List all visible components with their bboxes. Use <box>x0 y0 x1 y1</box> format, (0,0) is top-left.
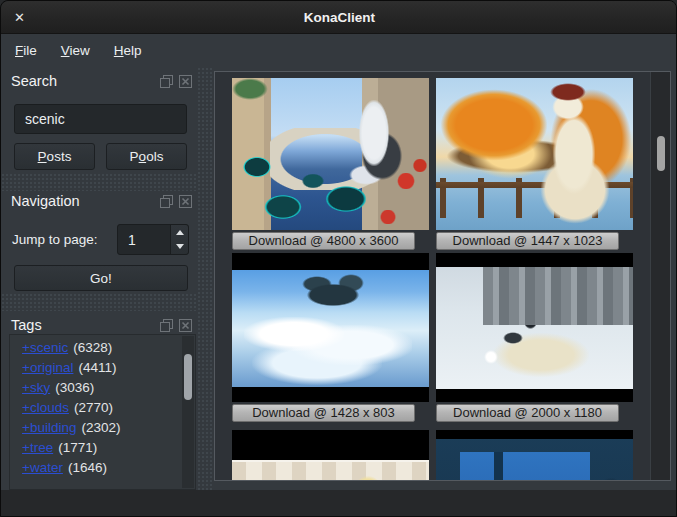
main-scrollbar[interactable] <box>650 72 670 480</box>
spin-up-button[interactable] <box>171 225 188 240</box>
tag-row: +building(2302) <box>10 417 181 437</box>
panel-float-icon[interactable] <box>160 75 173 88</box>
tag-row: +water(1646) <box>10 457 181 477</box>
tags-scrollbar[interactable] <box>182 336 194 488</box>
page-spinbox[interactable]: 1 <box>117 224 189 255</box>
tag-count: (1771) <box>58 440 97 455</box>
menu-item-file[interactable]: File <box>3 35 49 66</box>
download-button[interactable]: Download @ 2000 x 1180 <box>436 404 619 422</box>
spin-down-button[interactable] <box>171 240 188 255</box>
panel-close-icon[interactable] <box>179 195 192 208</box>
panel-close-icon[interactable] <box>179 319 192 332</box>
download-button[interactable]: Download @ 4800 x 3600 <box>232 232 415 250</box>
dock-splitter-vertical[interactable] <box>197 67 214 490</box>
search-pools-button[interactable]: Pools <box>106 143 187 170</box>
tags-panel-title: Tags <box>11 317 42 333</box>
spin-up-icon <box>176 230 184 235</box>
tag-count: (2770) <box>74 400 113 415</box>
download-button[interactable]: Download @ 1447 x 1023 <box>436 232 619 250</box>
search-input[interactable] <box>14 104 187 134</box>
download-button[interactable]: Download @ 1428 x 803 <box>232 404 415 422</box>
tag-row: +tree(1771) <box>10 437 181 457</box>
menu-item-view[interactable]: View <box>49 35 102 66</box>
tags-scrollbar-thumb[interactable] <box>184 354 192 400</box>
thumbnail-scroll-area: Download @ 4800 x 3600Download @ 1447 x … <box>214 71 671 481</box>
dock-area: Search PostsPools Navigation Jump to pag… <box>1 67 197 490</box>
central-area: Download @ 4800 x 3600Download @ 1447 x … <box>214 67 677 490</box>
thumbnail-cell: Download @ 2000 x 1180 <box>436 253 633 422</box>
tag-count: (1646) <box>68 460 107 475</box>
tag-count: (2302) <box>81 420 120 435</box>
window-title: KonaClient <box>1 10 677 25</box>
tags-rows: +scenic(6328)+original(4411)+sky(3036)+c… <box>10 337 181 477</box>
tag-link[interactable]: +scenic <box>22 340 68 355</box>
search-buttons: PostsPools <box>14 143 187 170</box>
thumbnail-cell: Download @ 1428 x 803 <box>232 253 429 422</box>
thumbnail-image[interactable] <box>232 253 429 402</box>
thumbnail-cell <box>436 430 633 480</box>
tag-link[interactable]: +water <box>22 460 63 475</box>
tag-count: (4411) <box>78 360 116 375</box>
tag-count: (3036) <box>55 380 94 395</box>
thumbnail-grid: Download @ 4800 x 3600Download @ 1447 x … <box>215 72 650 480</box>
window-close-icon[interactable]: ✕ <box>14 1 25 34</box>
tag-row: +scenic(6328) <box>10 337 181 357</box>
thumbnail-cell <box>232 430 429 480</box>
menu-bar: FileViewHelp <box>1 34 677 67</box>
thumbnail-cell: Download @ 4800 x 3600 <box>232 78 429 250</box>
dock-splitter-handle[interactable] <box>1 173 197 191</box>
navigation-panel-title: Navigation <box>11 193 80 209</box>
thumbnail-cell: Download @ 1447 x 1023 <box>436 78 633 250</box>
thumbnail-image[interactable] <box>436 430 633 480</box>
search-posts-button[interactable]: Posts <box>14 143 95 170</box>
jump-to-page-label: Jump to page: <box>12 224 98 255</box>
thumbnail-image[interactable] <box>232 78 429 230</box>
thumbnail-image[interactable] <box>436 78 633 230</box>
menu-item-help[interactable]: Help <box>102 35 154 66</box>
panel-float-icon[interactable] <box>160 195 173 208</box>
tag-row: +clouds(2770) <box>10 397 181 417</box>
tag-link[interactable]: +sky <box>22 380 50 395</box>
tag-row: +original(4411) <box>10 357 181 377</box>
tag-count: (6328) <box>73 340 112 355</box>
tag-row: +sky(3036) <box>10 377 181 397</box>
tag-link[interactable]: +clouds <box>22 400 69 415</box>
tag-link[interactable]: +original <box>22 360 73 375</box>
title-bar: ✕ KonaClient <box>1 1 677 34</box>
app-window: ✕ KonaClient FileViewHelp Search PostsPo… <box>0 0 677 517</box>
go-button[interactable]: Go! <box>14 265 188 291</box>
dock-splitter-handle[interactable] <box>1 293 197 311</box>
tag-link[interactable]: +building <box>22 420 76 435</box>
thumbnail-image[interactable] <box>436 253 633 402</box>
thumbnail-image[interactable] <box>232 430 429 480</box>
search-panel-title: Search <box>11 73 57 89</box>
panel-close-icon[interactable] <box>179 75 192 88</box>
main-scrollbar-thumb[interactable] <box>657 136 665 171</box>
tag-link[interactable]: +tree <box>22 440 53 455</box>
panel-float-icon[interactable] <box>160 319 173 332</box>
page-spinbox-value: 1 <box>118 225 170 254</box>
tags-list: +scenic(6328)+original(4411)+sky(3036)+c… <box>9 334 196 490</box>
spin-down-icon <box>176 244 184 249</box>
